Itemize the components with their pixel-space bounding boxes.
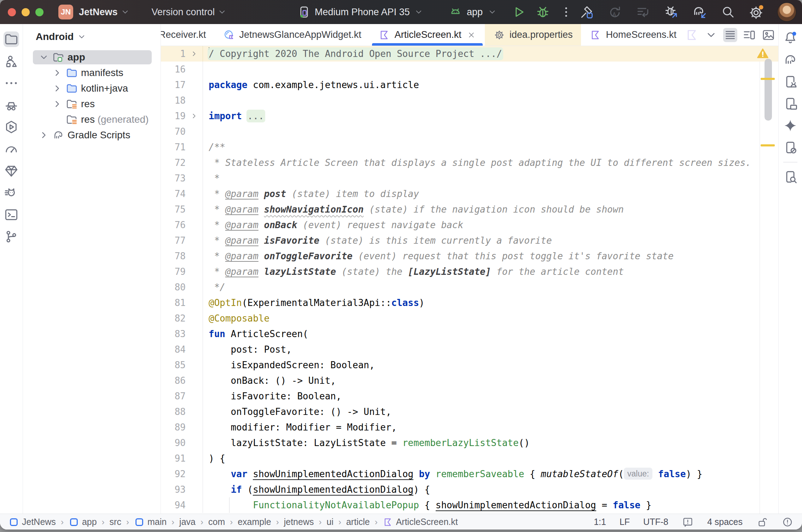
device-manager-icon[interactable] — [783, 74, 798, 89]
code-text[interactable]: * @param post (state) item to display — [203, 186, 778, 202]
tree-item-res[interactable]: res — [23, 96, 161, 112]
line-number[interactable]: 73 — [161, 170, 186, 186]
code-text[interactable]: FunctionalityNotAvailablePopup { showUni… — [203, 497, 778, 513]
close-tab-icon[interactable] — [466, 30, 476, 40]
code-text[interactable]: * @param showNavigationIcon (state) if t… — [203, 202, 778, 217]
line-number[interactable]: 82 — [161, 311, 186, 326]
tree-item-gradle-scripts[interactable]: Gradle Scripts — [23, 127, 161, 143]
chevron-right-icon[interactable] — [38, 129, 50, 141]
line-number[interactable]: 71 — [161, 139, 186, 155]
search-everywhere-icon[interactable] — [721, 5, 736, 19]
code-text[interactable]: import ... — [203, 108, 778, 124]
code-line-72[interactable]: 72 * Stateless Article Screen that displ… — [161, 155, 778, 170]
terminal-icon[interactable] — [4, 207, 19, 222]
code-text[interactable]: onToggleFavorite: () -> Unit, — [203, 404, 778, 420]
code-line-86[interactable]: 86 onBack: () -> Unit, — [161, 373, 778, 388]
code-line-79[interactable]: 79 * @param lazyListState (state) the [L… — [161, 264, 778, 279]
code-line-76[interactable]: 76 * @param onBack (event) request navig… — [161, 217, 778, 233]
line-number[interactable]: 70 — [161, 124, 186, 139]
code-line-1[interactable]: 1/ Copyright 2020 The Android Open Sourc… — [161, 46, 778, 62]
line-ending[interactable]: LF — [620, 517, 630, 527]
code-line-71[interactable]: 71/** — [161, 139, 778, 155]
logcat-cat-icon[interactable] — [4, 185, 19, 201]
vcs-widget[interactable]: Version control — [130, 7, 228, 18]
code-line-84[interactable]: 84 post: Post, — [161, 342, 778, 357]
line-number[interactable]: 94 — [161, 497, 186, 513]
code-text[interactable] — [203, 93, 778, 108]
code-line-93[interactable]: 93 if (showUnimplementedActionDialog) { — [161, 482, 778, 497]
code-line-17[interactable]: 17package com.example.jetnews.ui.article — [161, 77, 778, 93]
code-text[interactable]: / Copyright 2020 The Android Open Source… — [203, 46, 778, 62]
code-text[interactable]: */ — [203, 279, 778, 295]
code-line-89[interactable]: 89 modifier: Modifier = Modifier, — [161, 420, 778, 435]
code-text[interactable]: @Composable — [203, 311, 778, 326]
profiler-tasks-icon[interactable] — [4, 97, 19, 113]
project-view-selector[interactable]: Android — [23, 29, 161, 45]
code-line-88[interactable]: 88 onToggleFavorite: () -> Unit, — [161, 404, 778, 420]
code-line-90[interactable]: 90 lazyListState: LazyListState = rememb… — [161, 435, 778, 451]
line-number[interactable]: 1 — [161, 46, 186, 62]
breadcrumb-item-example[interactable]: example — [238, 517, 271, 527]
caret-position[interactable]: 1:1 — [594, 517, 606, 527]
code-text[interactable] — [203, 124, 778, 139]
chevron-right-icon[interactable] — [51, 98, 63, 110]
run-button[interactable] — [511, 4, 527, 20]
attach-debugger-icon[interactable] — [663, 4, 679, 20]
recent-actions-icon[interactable] — [635, 4, 651, 20]
code-text[interactable]: post: Post, — [203, 342, 778, 357]
tab-idea-properties[interactable]: idea.properties — [485, 24, 581, 46]
code-line-16[interactable]: 16 — [161, 62, 778, 77]
code-text[interactable]: * — [203, 170, 778, 186]
image-preview-icon[interactable] — [761, 28, 775, 42]
debug-button[interactable] — [535, 4, 551, 20]
code-text[interactable]: /** — [203, 139, 778, 155]
inspections-warning-icon[interactable] — [756, 47, 770, 60]
code-editor[interactable]: 1/ Copyright 2020 The Android Open Sourc… — [161, 46, 778, 514]
app-inspection-icon[interactable] — [783, 169, 798, 185]
code-line-80[interactable]: 80 */ — [161, 279, 778, 295]
more-tool-windows-icon[interactable] — [4, 75, 19, 91]
more-actions-kebab-icon[interactable] — [559, 5, 573, 19]
line-number[interactable]: 76 — [161, 217, 186, 233]
code-line-19[interactable]: 19import ... — [161, 108, 778, 124]
gemini-sparkle-icon[interactable] — [783, 118, 798, 133]
code-line-87[interactable]: 87 isFavorite: Boolean, — [161, 388, 778, 404]
line-number[interactable]: 85 — [161, 357, 186, 373]
user-avatar[interactable] — [777, 2, 796, 22]
error-circle-icon[interactable] — [781, 516, 794, 528]
resource-shapes-icon[interactable] — [4, 53, 19, 69]
build-hammer-icon[interactable] — [579, 4, 594, 20]
code-text[interactable]: fun ArticleScreen( — [203, 326, 778, 342]
line-number[interactable]: 72 — [161, 155, 186, 170]
breadcrumb-item-main[interactable]: main — [134, 517, 167, 527]
tab-homescreens-kt[interactable]: HomeScreens.kt — [581, 24, 685, 46]
code-line-75[interactable]: 75 * @param showNavigationIcon (state) i… — [161, 202, 778, 217]
code-line-74[interactable]: 74 * @param post (state) item to display — [161, 186, 778, 202]
line-number[interactable]: 79 — [161, 264, 186, 279]
code-line-70[interactable]: 70 — [161, 124, 778, 139]
chevron-right-icon[interactable] — [51, 67, 63, 79]
tree-item-kotlin-java[interactable]: kotlin+java — [23, 81, 161, 96]
reader-lines-icon[interactable] — [723, 28, 737, 42]
code-text[interactable]: isFavorite: Boolean, — [203, 388, 778, 404]
tree-item-res[interactable]: res (generated) — [23, 112, 161, 127]
fold-chevron-icon[interactable] — [186, 46, 203, 62]
unlocked-padlock-icon[interactable] — [756, 516, 768, 528]
line-number[interactable]: 77 — [161, 233, 186, 248]
code-line-91[interactable]: 91) { — [161, 451, 778, 466]
code-text[interactable]: onBack: () -> Unit, — [203, 373, 778, 388]
code-text[interactable]: * @param onBack (event) request navigate… — [203, 217, 778, 233]
breadcrumb-item-ui[interactable]: ui — [326, 517, 333, 527]
line-number[interactable]: 18 — [161, 93, 186, 108]
tree-item-app[interactable]: app — [23, 50, 161, 65]
code-text[interactable]: lazyListState: LazyListState = rememberL… — [203, 435, 778, 451]
git-branch-icon[interactable] — [4, 229, 19, 244]
line-number[interactable]: 83 — [161, 326, 186, 342]
line-number[interactable]: 16 — [161, 62, 186, 77]
fold-chevron-icon[interactable] — [186, 108, 203, 124]
code-text[interactable]: * @param isFavorite (state) is this item… — [203, 233, 778, 248]
run-hexagon-icon[interactable] — [4, 119, 19, 135]
tooltip-square-icon[interactable] — [682, 516, 694, 528]
breadcrumb-item-article[interactable]: article — [346, 517, 370, 527]
structure-view-icon[interactable] — [742, 28, 756, 42]
